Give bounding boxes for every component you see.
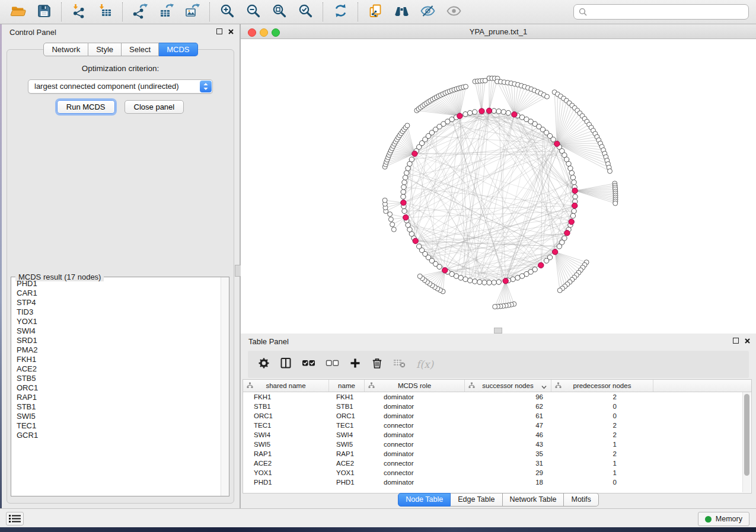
mcds-result-item[interactable]: YOX1 [12,317,221,326]
mcds-hub-node[interactable] [569,219,574,225]
mcds-hub-node[interactable] [403,214,409,220]
mcds-hub-node[interactable] [457,113,462,118]
mcds-hub-node[interactable] [503,278,508,284]
mcds-result-item[interactable]: FKH1 [12,355,221,364]
close-table-panel-icon[interactable] [745,338,750,344]
column-header-predecessor-nodes[interactable]: predecessor nodes [551,380,653,392]
search-box[interactable] [573,4,749,20]
table-row[interactable]: ORC1ORC1dominator610 [243,411,751,421]
table-cell: connector [365,440,465,449]
delete-columns-button[interactable] [371,357,383,371]
column-header-MCDS-role[interactable]: MCDS role [365,380,465,392]
task-history-button[interactable] [6,512,24,525]
mcds-hub-node[interactable] [486,108,492,113]
table-settings-button[interactable] [258,357,270,371]
table-row[interactable]: ACE2ACE2connector311 [243,459,751,468]
tab-style[interactable]: Style [88,43,122,56]
tab-network[interactable]: Network [43,43,88,56]
mcds-result-item[interactable]: TEC1 [12,421,221,431]
mcds-hub-node[interactable] [564,230,570,236]
optimization-criterion-select[interactable]: largest connected component (undirected) [28,79,213,94]
table-row[interactable]: YOX1YOX1connector291 [243,468,751,477]
mcds-hub-node[interactable] [442,268,448,273]
table-scrollbar[interactable] [742,392,751,492]
table-row[interactable]: SWI5SWI5connector431 [243,440,751,449]
close-panel-icon[interactable] [228,29,234,34]
show-columns-button[interactable] [280,357,292,371]
mcds-result-item[interactable]: SWI5 [12,412,221,421]
mcds-hub-node[interactable] [479,108,484,114]
export-network-button[interactable] [130,2,150,22]
column-type-icon [555,382,562,390]
table-cell: ORC1 [329,411,365,421]
mcds-result-item[interactable]: SRD1 [12,336,221,345]
export-table-button[interactable] [156,2,176,22]
table-row[interactable]: STB1STB1dominator620 [243,402,751,411]
select-all-button[interactable] [302,358,315,370]
memory-button[interactable]: Memory [698,512,749,526]
mcds-result-item[interactable]: ACE2 [12,364,221,374]
column-header-successor-nodes[interactable]: successor nodes [465,380,551,392]
zoom-in-button[interactable] [217,2,237,22]
column-header-shared-name[interactable]: shared name [243,380,329,392]
zoom-out-button[interactable] [243,2,263,22]
open-file-button[interactable] [8,2,28,22]
find-button[interactable] [391,2,412,22]
mcds-hub-node[interactable] [552,249,557,255]
float-panel-icon[interactable] [216,28,222,34]
table-row[interactable]: FKH1FKH1dominator962 [243,392,751,402]
tab-motifs[interactable]: Motifs [564,493,598,507]
tab-select[interactable]: Select [122,43,159,56]
mcds-result-item[interactable]: SWI4 [12,326,221,336]
mcds-result-item[interactable]: STB5 [12,374,221,383]
tab-network-table[interactable]: Network Table [503,493,564,507]
search-input[interactable] [591,7,744,17]
node-table-header: shared namenameMCDS rolesuccessor nodesp… [243,380,751,392]
mcds-result-item[interactable]: STB1 [12,402,221,412]
table-row[interactable]: SWI4SWI4dominator462 [243,430,751,440]
apply-layout-button[interactable] [330,2,350,22]
horizontal-splitter-grip[interactable] [494,328,502,334]
table-scrollbar-thumb[interactable] [744,394,749,476]
close-panel-button[interactable]: Close panel [125,100,184,114]
column-header-name[interactable]: name [329,380,365,392]
tab-edge-table[interactable]: Edge Table [451,493,502,507]
mcds-result-item[interactable]: ORC1 [12,383,221,393]
mcds-hub-node[interactable] [512,112,517,117]
mcds-result-item[interactable]: GCR1 [12,431,221,440]
float-table-panel-icon[interactable] [733,338,739,344]
tab-node-table[interactable]: Node Table [398,493,451,507]
mcds-hub-node[interactable] [572,188,578,193]
mcds-hub-node[interactable] [572,203,578,209]
create-column-button[interactable] [349,357,361,371]
mcds-hub-node[interactable] [412,151,417,156]
mcds-result-item[interactable]: PHD1 [12,279,221,289]
mcds-result-scrollbar[interactable] [221,277,229,496]
hide-selected-button[interactable] [417,2,438,22]
mcds-hub-node[interactable] [413,238,418,243]
mcds-hub-node[interactable] [401,200,406,205]
table-cell: 2 [551,430,653,440]
run-mcds-button[interactable]: Run MCDS [57,100,115,114]
network-canvas[interactable] [241,39,756,334]
mcds-result-list[interactable]: PHD1CAR1STP4TID3YOX1SWI4SRD1PMA2FKH1ACE2… [12,279,221,495]
mcds-hub-node[interactable] [538,262,544,268]
tab-mcds[interactable]: MCDS [159,43,197,56]
mcds-result-item[interactable]: PMA2 [12,345,221,355]
import-network-button[interactable] [69,2,89,22]
mcds-result-item[interactable]: TID3 [12,307,221,317]
new-network-from-selection-button[interactable] [365,2,385,22]
deselect-all-button[interactable] [326,358,339,370]
table-row[interactable]: TEC1TEC1connector472 [243,421,751,430]
import-table-button[interactable] [95,2,115,22]
mcds-hub-node[interactable] [554,141,560,146]
mcds-result-item[interactable]: RAP1 [12,393,221,402]
mcds-result-item[interactable]: CAR1 [12,289,221,298]
save-session-button[interactable] [34,2,54,22]
table-row[interactable]: PHD1PHD1dominator180 [243,477,751,487]
export-image-button[interactable] [182,2,202,22]
fit-content-button[interactable] [269,2,289,22]
mcds-result-item[interactable]: STP4 [12,298,221,307]
fit-selected-button[interactable] [295,2,315,22]
table-row[interactable]: RAP1RAP1dominator352 [243,449,751,459]
